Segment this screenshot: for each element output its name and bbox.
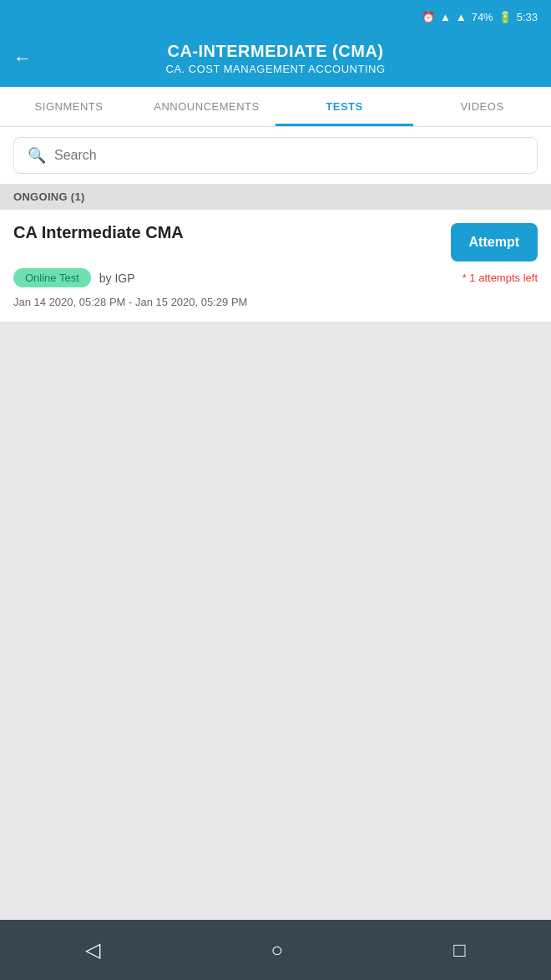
battery-label: 74% <box>472 11 493 23</box>
nav-back-button[interactable]: ◁ <box>68 930 117 970</box>
nav-home-button[interactable]: ○ <box>254 930 300 970</box>
header-title-block: CA-INTERMEDIATE (CMA) CA. COST MANAGEMEN… <box>166 42 386 75</box>
tab-tests[interactable]: TESTS <box>276 87 413 126</box>
tabs-bar: SIGNMENTS ANNOUNCEMENTS TESTS VIDEOS <box>0 87 551 127</box>
test-card-meta: Online Test by IGP * 1 attempts left <box>13 268 538 287</box>
tab-videos[interactable]: VIDEOS <box>413 87 551 126</box>
wifi-icon: ▲ <box>440 11 451 23</box>
search-icon: 🔍 <box>28 146 46 165</box>
alarm-icon: ⏰ <box>422 11 435 23</box>
section-ongoing-header: ONGOING (1) <box>0 184 551 210</box>
signal-icon: ▲ <box>456 11 467 23</box>
header-subtitle: CA. COST MANAGEMENT ACCOUNTING <box>166 63 386 75</box>
status-icons: ⏰ ▲ ▲ 74% 🔋 5:33 <box>422 11 538 23</box>
attempt-button[interactable]: Attempt <box>451 223 538 262</box>
online-test-badge: Online Test <box>13 268 91 287</box>
search-input[interactable] <box>54 148 523 163</box>
attempts-left: * 1 attempts left <box>463 272 538 284</box>
test-card-meta-left: Online Test by IGP <box>13 268 135 287</box>
tab-announcements[interactable]: ANNOUNCEMENTS <box>138 87 276 126</box>
test-card-top: CA Intermediate CMA Attempt <box>13 223 538 262</box>
test-card: CA Intermediate CMA Attempt Online Test … <box>0 210 551 322</box>
tab-signments[interactable]: SIGNMENTS <box>0 87 138 126</box>
status-bar: ⏰ ▲ ▲ 74% 🔋 5:33 <box>0 0 551 33</box>
search-box: 🔍 <box>13 137 538 174</box>
content-area <box>0 325 551 920</box>
header-title: CA-INTERMEDIATE (CMA) <box>166 42 386 61</box>
header: ← CA-INTERMEDIATE (CMA) CA. COST MANAGEM… <box>0 33 551 87</box>
back-button[interactable]: ← <box>13 48 32 69</box>
test-date-range: Jan 14 2020, 05:28 PM - Jan 15 2020, 05:… <box>13 296 538 308</box>
search-container: 🔍 <box>0 127 551 184</box>
by-provider: by IGP <box>99 272 135 285</box>
battery-icon: 🔋 <box>498 11 512 23</box>
nav-recents-button[interactable]: □ <box>437 930 483 970</box>
time-label: 5:33 <box>517 11 538 23</box>
bottom-nav: ◁ ○ □ <box>0 920 551 980</box>
test-title: CA Intermediate CMA <box>13 223 441 242</box>
